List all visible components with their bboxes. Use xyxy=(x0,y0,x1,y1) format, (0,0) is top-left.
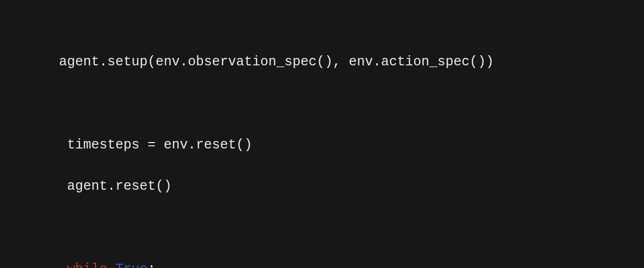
indent xyxy=(59,137,67,153)
indent xyxy=(59,262,67,268)
code-line-4: agent.reset() xyxy=(59,176,585,197)
code-text: env.reset() xyxy=(156,137,252,153)
space xyxy=(107,262,115,268)
code-text: agent.reset() xyxy=(67,178,172,194)
code-snippet: agent.setup(env.observation_spec(), env.… xyxy=(0,0,644,268)
code-line-1: agent.setup(env.observation_spec(), env.… xyxy=(59,52,585,73)
operator-equals: = xyxy=(148,137,156,153)
code-line-6: while True: xyxy=(59,259,585,268)
code-line-blank xyxy=(59,218,585,239)
code-text: timesteps xyxy=(67,137,148,153)
code-text: agent.setup(env.observation_spec(), env.… xyxy=(59,54,494,70)
colon: : xyxy=(148,262,156,268)
code-line-blank xyxy=(59,93,585,114)
code-line-3: timesteps = env.reset() xyxy=(59,135,585,156)
indent xyxy=(59,178,67,194)
constant-true: True xyxy=(115,262,148,268)
keyword-while: while xyxy=(67,262,107,268)
